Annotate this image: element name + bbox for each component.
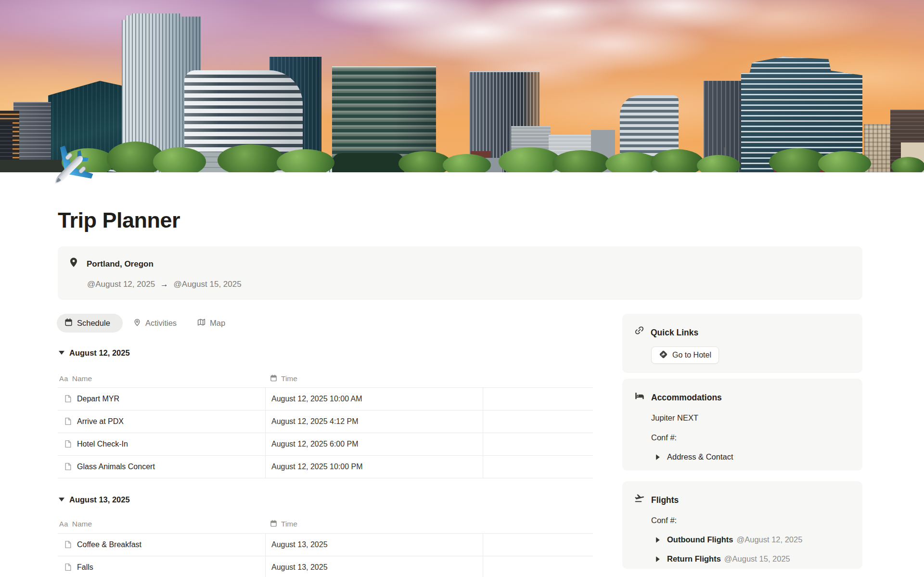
table-row-time[interactable]: August 12, 2025 10:00 AM — [266, 387, 483, 410]
tab-label: Schedule — [77, 319, 110, 328]
confirmation-label[interactable]: Conf #: — [651, 431, 851, 444]
flights-card: Flights Conf #: Outbound Flights @August… — [622, 481, 862, 569]
table-row-time[interactable]: August 13, 2025 — [266, 556, 483, 577]
expand-triangle-icon[interactable] — [656, 556, 660, 562]
text-type-icon: Aa — [59, 520, 68, 528]
trip-start-date[interactable]: @August 12, 2025 — [87, 280, 155, 289]
directions-diamond-icon — [659, 350, 668, 361]
confirmation-label[interactable]: Conf #: — [651, 514, 851, 527]
arrow-right-icon: → — [157, 280, 171, 289]
table-row-time[interactable]: August 12, 2025 6:00 PM — [266, 433, 483, 455]
bed-icon — [634, 390, 645, 405]
tab-label: Map — [210, 319, 225, 328]
trip-date-range[interactable]: @August 12, 2025 → @August 15, 2025 — [87, 278, 242, 291]
return-date[interactable]: @August 15, 2025 — [724, 552, 790, 565]
tab-activities[interactable]: Activities — [133, 314, 177, 333]
outbound-date[interactable]: @August 12, 2025 — [736, 533, 802, 546]
group-header-aug-13[interactable]: August 13, 2025 — [59, 493, 130, 506]
table-row-time[interactable]: August 12, 2025 4:12 PM — [266, 410, 483, 433]
calendar-icon — [270, 374, 277, 384]
table-row-time[interactable]: August 12, 2025 10:00 PM — [266, 455, 483, 478]
column-header-time[interactable]: Time — [270, 372, 297, 386]
column-header-name[interactable]: Aa Name — [59, 372, 92, 386]
calendar-icon — [64, 318, 73, 328]
trip-location: Portland, Oregon — [87, 258, 154, 270]
map-icon — [197, 318, 205, 328]
quick-links-card: Quick Links Go to Hotel — [622, 314, 862, 373]
collapse-triangle-icon[interactable] — [59, 351, 64, 355]
expand-triangle-icon[interactable] — [656, 537, 660, 542]
location-pin-icon — [68, 257, 79, 269]
trip-end-date[interactable]: @August 15, 2025 — [174, 280, 242, 289]
group-header-aug-12[interactable]: August 12, 2025 — [59, 346, 130, 359]
page-icon-airplane[interactable] — [47, 141, 97, 192]
go-to-hotel-button[interactable]: Go to Hotel — [651, 346, 719, 364]
accommodations-title: Accommodations — [651, 391, 722, 404]
expand-triangle-icon[interactable] — [656, 454, 660, 460]
pin-icon — [133, 319, 141, 328]
quick-links-title: Quick Links — [651, 326, 698, 339]
group-date: August 13, 2025 — [69, 495, 130, 504]
tab-label: Activities — [145, 319, 177, 328]
trip-planner-page: Trip Planner Portland, Oregon @August 12… — [0, 0, 924, 577]
table-row-time[interactable]: August 13, 2025 — [266, 533, 483, 556]
table-row-name[interactable]: Arrive at PDX — [58, 410, 265, 433]
flight-takeoff-icon — [634, 493, 645, 507]
text-type-icon: Aa — [59, 375, 68, 383]
table-row-name[interactable]: Glass Animals Concert — [58, 455, 265, 478]
cover-image[interactable] — [0, 0, 924, 172]
table-row-name[interactable]: Falls — [58, 556, 265, 577]
address-contact-toggle[interactable]: Address & Contact — [651, 450, 851, 463]
flights-title: Flights — [651, 493, 679, 507]
table-row-name[interactable]: Hotel Check-In — [58, 433, 265, 455]
link-icon — [634, 325, 644, 339]
page-title[interactable]: Trip Planner — [58, 207, 180, 234]
collapse-triangle-icon[interactable] — [59, 498, 64, 501]
table-row-name[interactable]: Depart MYR — [58, 387, 265, 410]
accommodations-card: Accommodations Jupiter NEXT Conf #: Addr… — [622, 379, 862, 471]
return-flights-toggle[interactable]: Return Flights @August 15, 2025 — [651, 552, 851, 565]
tab-map[interactable]: Map — [197, 314, 225, 333]
column-header-time[interactable]: Time — [270, 517, 297, 531]
hotel-name[interactable]: Jupiter NEXT — [651, 411, 851, 424]
location-callout[interactable]: Portland, Oregon @August 12, 2025 → @Aug… — [58, 246, 862, 300]
tab-schedule[interactable]: Schedule — [57, 314, 123, 333]
table-row-name[interactable]: Coffee & Breakfast — [58, 533, 265, 556]
calendar-icon — [270, 520, 277, 529]
column-header-name[interactable]: Aa Name — [59, 517, 92, 531]
group-date: August 12, 2025 — [69, 348, 130, 358]
outbound-flights-toggle[interactable]: Outbound Flights @August 12, 2025 — [651, 533, 851, 546]
